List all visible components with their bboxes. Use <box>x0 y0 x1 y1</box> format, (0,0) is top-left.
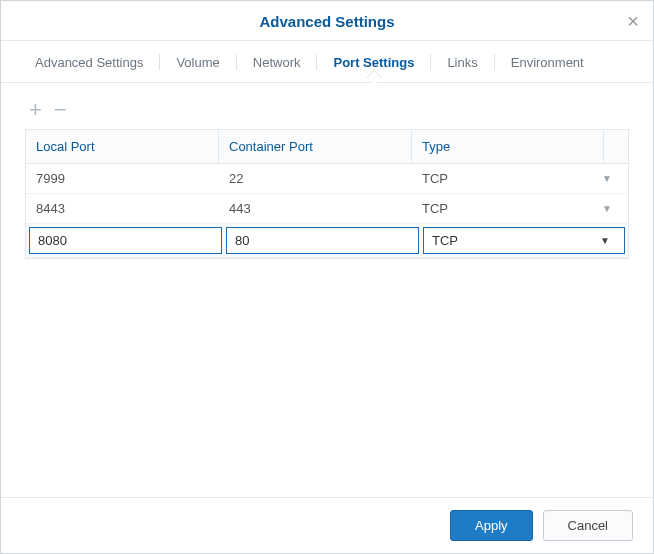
tab-bar: Advanced Settings Volume Network Port Se… <box>1 41 653 83</box>
apply-button[interactable]: Apply <box>450 510 533 541</box>
chevron-down-icon: ▼ <box>602 203 618 214</box>
port-table: Local Port Container Port Type 7999 22 T… <box>1 129 653 259</box>
cell-container-port: 443 <box>219 194 412 223</box>
tab-advanced-settings[interactable]: Advanced Settings <box>19 41 159 82</box>
tab-environment[interactable]: Environment <box>495 41 600 82</box>
cell-type-value: TCP <box>422 171 448 186</box>
column-type[interactable]: Type <box>412 130 604 163</box>
column-container-port[interactable]: Container Port <box>219 130 412 163</box>
table-row-editing[interactable]: 8080 80 TCP ▼ <box>26 224 628 258</box>
container-port-input[interactable]: 80 <box>226 227 419 254</box>
column-spacer <box>604 130 628 163</box>
cell-local-port: 8443 <box>26 194 219 223</box>
add-icon[interactable]: + <box>29 99 42 121</box>
chevron-down-icon: ▼ <box>602 173 618 184</box>
column-local-port[interactable]: Local Port <box>26 130 219 163</box>
tab-volume[interactable]: Volume <box>160 41 235 82</box>
cell-type-value: TCP <box>422 201 448 216</box>
toolbar: + − <box>1 83 653 129</box>
cell-type: TCP ▼ <box>412 194 628 223</box>
dialog-header: Advanced Settings × <box>1 1 653 41</box>
tab-links[interactable]: Links <box>431 41 493 82</box>
dialog-title: Advanced Settings <box>259 13 394 30</box>
table-row[interactable]: 7999 22 TCP ▼ <box>26 164 628 194</box>
chevron-down-icon: ▼ <box>600 235 616 246</box>
cell-container-port: 22 <box>219 164 412 193</box>
table-header-row: Local Port Container Port Type <box>26 130 628 164</box>
cell-type: TCP ▼ <box>412 164 628 193</box>
tab-network[interactable]: Network <box>237 41 317 82</box>
remove-icon[interactable]: − <box>54 99 67 121</box>
close-icon[interactable]: × <box>627 11 639 31</box>
type-select[interactable]: TCP ▼ <box>423 227 625 254</box>
table-row[interactable]: 8443 443 TCP ▼ <box>26 194 628 224</box>
type-select-value: TCP <box>432 233 458 248</box>
cell-local-port: 7999 <box>26 164 219 193</box>
local-port-input[interactable]: 8080 <box>29 227 222 254</box>
dialog-footer: Apply Cancel <box>1 497 653 553</box>
cancel-button[interactable]: Cancel <box>543 510 633 541</box>
tab-port-settings[interactable]: Port Settings <box>317 41 430 82</box>
